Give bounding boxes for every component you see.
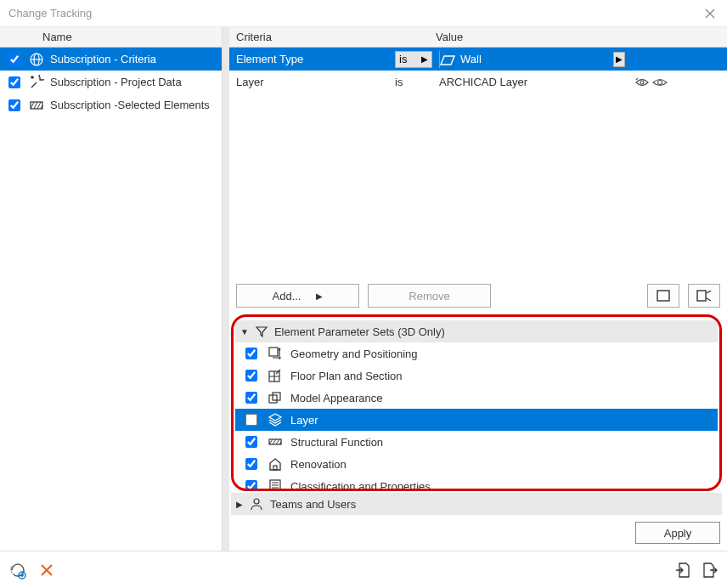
subscription-label: Subscription - Project Data [50, 76, 182, 88]
subscription-checkbox[interactable] [8, 54, 20, 65]
model-icon [267, 389, 284, 406]
panel-resize-handle[interactable] [223, 27, 229, 551]
remove-label: Remove [409, 290, 449, 302]
export-icon[interactable] [702, 562, 719, 579]
renov-icon [267, 455, 284, 472]
plan-icon [267, 367, 284, 384]
expand-view-button[interactable] [688, 284, 720, 308]
apply-button[interactable]: Apply [635, 522, 720, 544]
param-label: Geometry and Positioning [290, 348, 418, 360]
subscription-label: Subscription -Selected Elements [50, 99, 210, 111]
bounding-box-button[interactable] [647, 284, 679, 308]
import-icon[interactable] [674, 562, 691, 579]
add-label: Add... [273, 290, 302, 302]
param-section-title: Element Parameter Sets (3D Only) [274, 325, 445, 338]
param-row[interactable]: Classification and Properties [235, 475, 718, 491]
element-parameter-sets-section: ▼ Element Parameter Sets (3D Only) Geome… [231, 314, 722, 491]
criteria-row[interactable]: LayerisARCHICAD Layer [229, 71, 727, 93]
value-text: ARCHICAD Layer [439, 76, 527, 88]
subscription-label: Subscription - Criteria [50, 53, 156, 65]
add-arrow-icon: ▶ [316, 291, 323, 301]
bottom-toolbar [0, 551, 727, 588]
operator-value: is [395, 76, 403, 88]
titlebar: Change Tracking [0, 0, 727, 27]
param-checkbox[interactable] [245, 392, 257, 404]
left-panel: Name Subscription - CriteriaSubscription… [0, 27, 223, 551]
subscription-row[interactable]: Subscription - Criteria [0, 48, 222, 71]
teams-section-title: Teams and Users [270, 498, 356, 511]
criteria-list: Element Typeis▶Wall▶LayerisARCHICAD Laye… [229, 48, 727, 279]
param-row[interactable]: Structural Function [235, 431, 718, 453]
subscription-row[interactable]: Subscription -Selected Elements [0, 93, 222, 116]
teams-section-header[interactable]: ▶ Teams and Users [231, 493, 722, 515]
criteria-col-header[interactable]: Criteria [229, 27, 395, 47]
struct-icon [267, 433, 284, 450]
expand-icon: ▶ [236, 500, 243, 509]
lock-eye-icon[interactable] [635, 76, 649, 88]
param-checkbox[interactable] [245, 458, 257, 470]
param-checkbox[interactable] [245, 414, 257, 426]
svg-rect-5 [657, 291, 669, 301]
param-row[interactable]: Layer [235, 409, 718, 431]
wrench-icon [28, 74, 45, 91]
value-col-header[interactable]: Value [395, 27, 463, 47]
svg-point-16 [254, 499, 259, 504]
geom-icon [267, 345, 284, 362]
subscription-checkbox[interactable] [8, 99, 20, 111]
param-row[interactable]: Floor Plan and Section [235, 365, 718, 387]
criteria-buttons: Add... ▶ Remove [229, 279, 727, 313]
svg-point-3 [640, 81, 644, 84]
wall-icon [440, 54, 455, 65]
param-label: Model Appearance [290, 392, 382, 404]
refresh-icon[interactable] [8, 561, 27, 580]
operator-dropdown[interactable]: is▶ [395, 51, 432, 68]
param-row[interactable]: Model Appearance [235, 387, 718, 409]
window-title: Change Tracking [8, 7, 702, 20]
globe-icon [28, 51, 45, 68]
param-label: Floor Plan and Section [290, 370, 403, 382]
left-header-name[interactable]: Name [0, 27, 222, 48]
param-checkbox[interactable] [245, 436, 257, 448]
svg-point-4 [658, 80, 662, 84]
param-checkbox[interactable] [245, 348, 257, 359]
layer-icon [267, 411, 284, 428]
add-criteria-button[interactable]: Add... ▶ [236, 284, 359, 308]
value-dropdown[interactable]: Wall▶ [439, 51, 727, 68]
svg-rect-7 [269, 348, 278, 356]
subscription-checkbox[interactable] [8, 76, 20, 88]
apply-label: Apply [664, 527, 692, 540]
delete-icon[interactable] [39, 563, 54, 578]
param-label: Classification and Properties [290, 480, 431, 492]
subscription-row[interactable]: Subscription - Project Data [0, 71, 222, 93]
filter-icon [256, 325, 268, 337]
param-label: Structural Function [290, 436, 383, 449]
criteria-header: Criteria Value [229, 27, 727, 48]
collapse-icon: ▼ [240, 327, 249, 336]
param-row[interactable]: Renovation [235, 453, 718, 475]
criteria-name: Element Type [229, 53, 395, 65]
param-label: Layer [290, 414, 318, 427]
criteria-name: Layer [229, 76, 395, 88]
hatch-icon [28, 97, 45, 114]
class-icon [267, 478, 284, 491]
svg-rect-6 [697, 291, 706, 301]
person-icon [250, 497, 263, 511]
close-icon[interactable] [702, 5, 719, 22]
eye-icon[interactable] [652, 76, 668, 88]
remove-criteria-button[interactable]: Remove [368, 284, 491, 308]
param-section-header[interactable]: ▼ Element Parameter Sets (3D Only) [235, 320, 718, 342]
param-checkbox[interactable] [245, 480, 257, 491]
svg-rect-12 [273, 466, 277, 470]
param-label: Renovation [290, 458, 347, 471]
param-checkbox[interactable] [245, 370, 257, 382]
param-row[interactable]: Geometry and Positioning [235, 342, 718, 365]
criteria-row[interactable]: Element Typeis▶Wall▶ [229, 48, 727, 71]
